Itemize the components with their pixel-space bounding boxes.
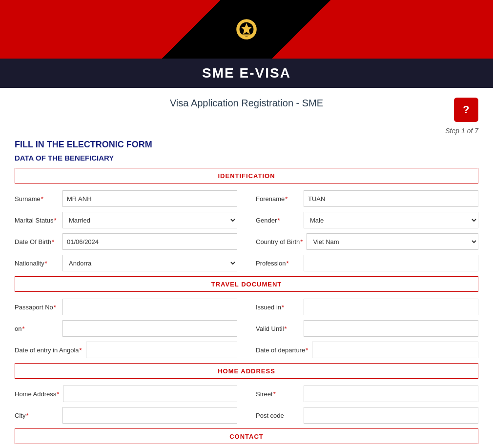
- valid-until-label: Valid Until*: [256, 325, 300, 332]
- passport-input[interactable]: [62, 299, 237, 315]
- city-label: City*: [15, 412, 59, 419]
- contact-label: CONTACT: [229, 433, 264, 440]
- country-of-birth-select[interactable]: Viet Nam Angola Other: [307, 233, 478, 250]
- marital-status-label: Marital Status*: [15, 217, 59, 224]
- home-address-section-bar: HOME ADDRESS: [15, 363, 478, 379]
- title-bar: SME E-VISA: [0, 59, 493, 88]
- header-banner: [0, 0, 493, 59]
- dob-label: Date Of Birth*: [15, 238, 59, 245]
- city-group: City*: [15, 407, 237, 424]
- contact-section-bar: CONTACT: [15, 428, 478, 444]
- dob-group: Date Of Birth*: [15, 233, 237, 250]
- form-title: Visa Application Registration - SME: [169, 98, 324, 109]
- date-departure-input[interactable]: [312, 342, 478, 358]
- nationality-select[interactable]: Andorra Angola Viet Nam: [62, 255, 237, 271]
- profession-group: Profession*: [256, 255, 478, 271]
- issued-in-input[interactable]: [304, 299, 478, 315]
- home-address-label: HOME ADDRESS: [218, 367, 275, 375]
- date-entry-group: Date of entry in Angola*: [15, 342, 237, 358]
- postcode-label: Post code: [256, 412, 300, 419]
- dob-input[interactable]: [62, 233, 237, 250]
- on-label: on*: [15, 325, 59, 332]
- forename-input[interactable]: [304, 190, 478, 207]
- postcode-input[interactable]: [304, 407, 478, 424]
- street-input[interactable]: [304, 386, 478, 402]
- travel-document-label: TRAVEL DOCUMENT: [211, 281, 282, 288]
- home-address-field-label: Home Address*: [15, 390, 59, 398]
- data-heading: DATA OF THE BENEFICIARY: [15, 154, 478, 162]
- step-indicator: Step 1 of 7: [15, 127, 478, 135]
- date-entry-input[interactable]: [86, 342, 237, 358]
- form-container: Visa Application Registration - SME ? St…: [0, 88, 493, 448]
- form-header-row: Visa Application Registration - SME ?: [15, 98, 478, 122]
- surname-group: Surname*: [15, 190, 237, 207]
- street-label: Street*: [256, 390, 300, 398]
- nationality-profession-row: Nationality* Andorra Angola Viet Nam Pro…: [15, 255, 478, 271]
- identification-section-bar: IDENTIFICATION: [15, 168, 478, 183]
- valid-until-input[interactable]: [304, 320, 478, 337]
- forename-label: Forename*: [256, 195, 300, 203]
- issued-in-label: Issued in*: [256, 304, 300, 311]
- marital-status-group: Marital Status* Married Single Divorced …: [15, 212, 237, 228]
- forename-group: Forename*: [256, 190, 478, 207]
- identification-label: IDENTIFICATION: [218, 172, 275, 180]
- city-input[interactable]: [62, 407, 237, 424]
- flag-emblem: [227, 10, 266, 49]
- date-entry-label: Date of entry in Angola*: [15, 346, 82, 354]
- surname-label: Surname*: [15, 195, 59, 203]
- on-group: on*: [15, 320, 237, 337]
- valid-until-group: Valid Until*: [256, 320, 478, 337]
- postcode-group: Post code: [256, 407, 478, 424]
- svg-marker-1: [241, 23, 252, 34]
- address-street-row: Home Address* Street*: [15, 386, 478, 402]
- travel-document-section-bar: TRAVEL DOCUMENT: [15, 276, 478, 292]
- profession-input[interactable]: [304, 255, 478, 271]
- fill-heading: FILL IN THE ELECTRONIC FORM: [15, 140, 478, 150]
- street-group: Street*: [256, 386, 478, 402]
- country-of-birth-label: Country of Birth*: [256, 238, 303, 245]
- home-address-input[interactable]: [63, 386, 237, 402]
- nationality-group: Nationality* Andorra Angola Viet Nam: [15, 255, 237, 271]
- gender-group: Gender* Male Female: [256, 212, 478, 228]
- gender-select[interactable]: Male Female: [304, 212, 478, 228]
- surname-forename-row: Surname* Forename*: [15, 190, 478, 207]
- app-title: SME E-VISA: [0, 65, 493, 81]
- marital-gender-row: Marital Status* Married Single Divorced …: [15, 212, 478, 228]
- date-departure-label: Date of departure*: [256, 346, 308, 354]
- nationality-label: Nationality*: [15, 260, 59, 267]
- country-of-birth-group: Country of Birth* Viet Nam Angola Other: [256, 233, 478, 250]
- marital-status-select[interactable]: Married Single Divorced Widowed: [62, 212, 237, 228]
- surname-input[interactable]: [62, 190, 237, 207]
- passport-group: Passaport No*: [15, 299, 237, 315]
- help-button[interactable]: ?: [454, 98, 478, 122]
- issued-in-group: Issued in*: [256, 299, 478, 315]
- gender-label: Gender*: [256, 217, 300, 224]
- entry-departure-row: Date of entry in Angola* Date of departu…: [15, 342, 478, 358]
- profession-label: Profession*: [256, 260, 300, 267]
- passport-issued-row: Passaport No* Issued in*: [15, 299, 478, 315]
- on-input[interactable]: [62, 320, 237, 337]
- passport-label: Passaport No*: [15, 304, 59, 311]
- dob-country-row: Date Of Birth* Country of Birth* Viet Na…: [15, 233, 478, 250]
- date-departure-group: Date of departure*: [256, 342, 478, 358]
- city-postcode-row: City* Post code: [15, 407, 478, 424]
- home-address-group: Home Address*: [15, 386, 237, 402]
- on-valid-row: on* Valid Until*: [15, 320, 478, 337]
